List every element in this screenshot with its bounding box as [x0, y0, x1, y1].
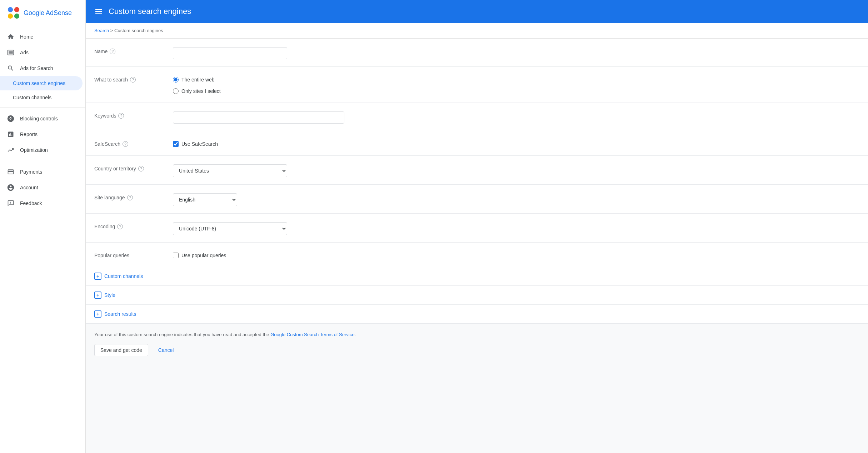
- expand-search-results-header[interactable]: + Search results: [94, 310, 859, 318]
- svg-point-3: [14, 14, 19, 19]
- sidebar-item-blocking-controls-label: Blocking controls: [20, 116, 58, 121]
- popular-queries-label: Popular queries: [94, 250, 173, 258]
- sidebar: Google AdSense Home Ads Ads for Search C…: [0, 0, 86, 453]
- safesearch-checkbox[interactable]: [173, 141, 179, 147]
- sidebar-item-ads-for-search[interactable]: Ads for Search: [0, 60, 83, 76]
- save-button[interactable]: Save and get code: [94, 344, 148, 356]
- keywords-control: [173, 110, 859, 124]
- safesearch-label: SafeSearch ?: [94, 138, 173, 147]
- cancel-button[interactable]: Cancel: [153, 344, 180, 356]
- name-row: Name ?: [86, 39, 868, 67]
- safesearch-checkbox-option[interactable]: Use SafeSearch: [173, 140, 859, 148]
- ads-search-icon: [7, 65, 14, 72]
- reports-icon: [7, 131, 14, 138]
- tos-link[interactable]: Google Custom Search Terms of Service: [270, 332, 354, 337]
- sidebar-item-account-label: Account: [20, 185, 38, 190]
- popular-queries-checkbox-label: Use popular queries: [181, 253, 226, 258]
- tos-text: Your use of this custom search engine in…: [94, 331, 859, 338]
- what-to-search-help-icon[interactable]: ?: [130, 77, 136, 83]
- sidebar-logo: Google AdSense: [0, 0, 85, 26]
- expand-search-results: + Search results: [86, 305, 868, 324]
- breadcrumb-parent-link[interactable]: Search: [94, 28, 109, 33]
- keywords-input[interactable]: [173, 111, 344, 124]
- sidebar-item-home-label: Home: [20, 34, 33, 40]
- popular-queries-checkbox[interactable]: [173, 253, 179, 258]
- footer-buttons: Save and get code Cancel: [94, 344, 859, 356]
- radio-only-sites[interactable]: Only sites I select: [173, 87, 859, 95]
- language-help-icon[interactable]: ?: [127, 195, 133, 200]
- account-icon: [7, 184, 14, 191]
- popular-queries-control: Use popular queries: [173, 250, 859, 260]
- name-label: Name ?: [94, 46, 173, 54]
- radio-only-sites-label: Only sites I select: [181, 88, 221, 94]
- keywords-help-icon[interactable]: ?: [118, 113, 124, 119]
- expand-custom-channels: + Custom channels: [86, 267, 868, 286]
- country-row: Country or territory ? United States Uni…: [86, 156, 868, 185]
- safesearch-checkbox-label: Use SafeSearch: [181, 141, 218, 147]
- country-help-icon[interactable]: ?: [138, 166, 144, 171]
- radio-entire-web-input[interactable]: [173, 77, 179, 83]
- sidebar-item-custom-search-engines-label: Custom search engines: [13, 80, 65, 86]
- sidebar-item-custom-channels[interactable]: Custom channels: [0, 90, 83, 105]
- encoding-help-icon[interactable]: ?: [117, 224, 123, 229]
- page-title: Custom search engines: [109, 7, 191, 16]
- sidebar-item-account[interactable]: Account: [0, 180, 83, 195]
- expand-custom-channels-label: Custom channels: [104, 273, 143, 279]
- sidebar-item-payments-label: Payments: [20, 169, 42, 175]
- svg-point-1: [14, 7, 19, 12]
- popular-queries-row: Popular queries Use popular queries: [86, 243, 868, 267]
- feedback-icon: [7, 200, 14, 207]
- content-area: Search > Custom search engines Name ? Wh…: [86, 23, 868, 453]
- main-content: Custom search engines Search > Custom se…: [86, 0, 868, 453]
- sidebar-item-optimization[interactable]: Optimization: [0, 142, 83, 158]
- radio-entire-web[interactable]: The entire web: [173, 75, 859, 84]
- safesearch-help-icon[interactable]: ?: [123, 141, 128, 147]
- encoding-label: Encoding ?: [94, 221, 173, 229]
- sidebar-item-feedback[interactable]: Feedback: [0, 195, 83, 211]
- sidebar-item-custom-channels-label: Custom channels: [13, 95, 51, 100]
- country-select[interactable]: United States United Kingdom Canada Aust…: [173, 164, 287, 177]
- menu-icon[interactable]: [94, 7, 103, 16]
- keywords-label: Keywords ?: [94, 110, 173, 119]
- radio-only-sites-input[interactable]: [173, 88, 179, 94]
- sidebar-item-custom-search-engines[interactable]: Custom search engines: [0, 76, 83, 90]
- sidebar-item-reports[interactable]: Reports: [0, 126, 83, 142]
- sidebar-item-ads-label: Ads: [20, 50, 29, 55]
- google-logo-icon: [7, 6, 20, 19]
- sidebar-item-ads-search-label: Ads for Search: [20, 65, 53, 71]
- popular-queries-checkbox-option[interactable]: Use popular queries: [173, 251, 859, 260]
- expand-custom-channels-header[interactable]: + Custom channels: [94, 273, 859, 280]
- breadcrumb-separator: >: [110, 28, 114, 33]
- expand-search-results-label: Search results: [104, 311, 136, 317]
- country-label: Country or territory ?: [94, 163, 173, 171]
- encoding-select[interactable]: Unicode (UTF-8) ISO-8859-1 UTF-16: [173, 222, 287, 235]
- name-help-icon[interactable]: ?: [110, 49, 115, 54]
- name-control: [173, 46, 859, 59]
- language-label: Site language ?: [94, 192, 173, 200]
- encoding-row: Encoding ? Unicode (UTF-8) ISO-8859-1 UT…: [86, 214, 868, 243]
- language-row: Site language ? English Spanish French G…: [86, 185, 868, 214]
- sidebar-item-ads[interactable]: Ads: [0, 45, 83, 60]
- optimization-icon: [7, 146, 14, 154]
- payments-icon: [7, 168, 14, 175]
- sidebar-item-blocking-controls[interactable]: Blocking controls: [0, 111, 83, 126]
- what-to-search-row: What to search ? The entire web Only sit…: [86, 67, 868, 103]
- app-name: Google AdSense: [24, 9, 72, 17]
- expand-style-header[interactable]: + Style: [94, 292, 859, 299]
- form-footer: Your use of this custom search engine in…: [86, 324, 868, 363]
- sidebar-item-home[interactable]: Home: [0, 29, 83, 45]
- sidebar-item-optimization-label: Optimization: [20, 147, 48, 153]
- breadcrumb: Search > Custom search engines: [86, 23, 868, 39]
- expand-style-label: Style: [104, 292, 115, 298]
- name-input[interactable]: [173, 47, 287, 59]
- block-icon: [7, 115, 14, 122]
- expand-style-icon: +: [94, 292, 101, 299]
- language-select[interactable]: English Spanish French German Japanese: [173, 193, 237, 206]
- safesearch-control: Use SafeSearch: [173, 138, 859, 148]
- home-icon: [7, 33, 14, 40]
- language-control: English Spanish French German Japanese: [173, 192, 859, 206]
- header: Custom search engines: [86, 0, 868, 23]
- svg-point-2: [8, 14, 13, 19]
- sidebar-item-payments[interactable]: Payments: [0, 164, 83, 180]
- encoding-control: Unicode (UTF-8) ISO-8859-1 UTF-16: [173, 221, 859, 235]
